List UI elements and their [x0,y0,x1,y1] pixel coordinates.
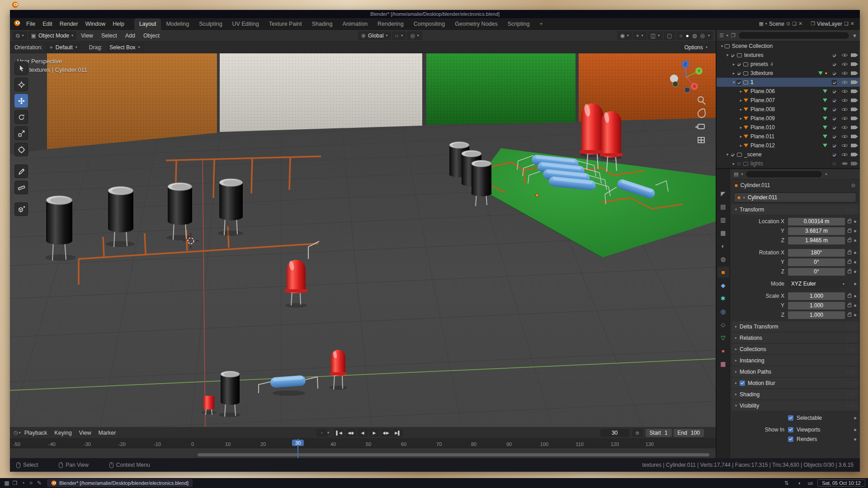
shading-mode-group[interactable]: ○ ● ◍ ◎ ▾ [676,31,713,40]
window-titlebar[interactable]: Blender* [/home/amalie/Desktop/blender/e… [10,10,860,18]
panel-grip[interactable]: :::: [847,370,855,374]
menu-view[interactable]: View [77,30,97,42]
rendered-shading-icon[interactable]: ◎ [700,33,704,39]
menu-view[interactable]: View [75,427,95,439]
disclosure-icon[interactable]: ▸ [738,125,744,130]
current-frame-marker[interactable]: 30 [292,440,304,446]
taskbar-clock[interactable]: Sat, 05 Oct 10:12 [817,479,865,487]
tab-world[interactable]: ◍ [717,253,729,264]
tab-material[interactable]: ● [717,345,729,356]
visibility-panel-header[interactable]: ▾Visibility:::: [731,400,859,411]
lock-icon[interactable] [848,230,851,233]
motion-blur-panel[interactable]: ▸Motion Blur:::: [731,378,859,388]
outliner-row-scene2[interactable]: ▾ _scene [717,150,860,159]
collections-panel[interactable]: ▸Collections:::: [731,344,859,354]
prev-keyframe-button[interactable]: ◀◆ [345,429,356,437]
hide-eye-icon[interactable] [842,107,848,113]
led-tall-2[interactable] [601,111,621,158]
exclude-checkbox[interactable] [832,80,837,85]
menu-file[interactable]: File [23,18,39,30]
app-menu-icon[interactable]: ▦ [3,480,11,486]
panel-grip[interactable]: :::: [847,324,855,329]
disclosure-icon[interactable]: ▾ [725,152,730,157]
hide-eye-icon[interactable] [842,98,848,103]
viewports-checkbox[interactable] [788,427,793,432]
tab-modeling[interactable]: Modeling [161,19,194,30]
outliner-row-scene-collection[interactable]: ▾ Scene Collection [717,42,860,51]
menu-playback[interactable]: Playback [21,427,51,439]
tab-texture[interactable]: ▦ [717,358,729,369]
render-camera-icon[interactable] [851,62,856,66]
disclosure-icon[interactable]: ▸ [738,89,744,94]
disclosure-icon[interactable]: ▸ [738,116,744,121]
capacitor-bottom[interactable] [221,374,240,405]
gizmo-neg-y-ball[interactable] [673,81,678,87]
blender-logo-icon[interactable] [14,19,21,28]
tab-sculpting[interactable]: Sculpting [194,19,227,30]
hide-eye-icon[interactable] [842,134,848,140]
disclosure-icon[interactable]: ▸ [731,62,736,66]
lock-icon[interactable] [848,270,851,273]
disclosure-icon[interactable]: ▾ [719,44,725,48]
outliner-row-plane009[interactable]: ▸ Plane.009 [717,114,860,123]
pin-icon[interactable]: ⊙ [851,183,855,188]
panel-grip[interactable]: :::: [847,347,855,352]
outliner-editor-icon[interactable]: ☰ [719,33,724,38]
annotate-tool[interactable] [14,164,28,178]
editor-app-icon[interactable]: ✎ [35,480,43,486]
animate-dot[interactable] [854,221,856,223]
tab-scripting[interactable]: Scripting [503,19,535,30]
proportional-editing-toggle[interactable]: ◎▾ [407,31,422,40]
animate-dot[interactable] [854,230,856,232]
unlink-scene-icon[interactable]: ✕ [798,21,802,27]
tab-tool[interactable]: ◤ [717,188,729,199]
motion-blur-checkbox[interactable] [740,380,745,386]
animate-dot[interactable] [854,429,856,431]
lock-icon[interactable] [848,314,851,317]
render-camera-icon[interactable] [851,71,856,75]
files-app-icon[interactable]: ❒ [11,480,19,486]
scale-x-field[interactable]: 1.000 [788,292,845,300]
remove-viewlayer-icon[interactable]: ✕ [850,21,854,27]
editor-type-button[interactable]: ⧉▾ [13,31,27,40]
exclude-checkbox[interactable] [832,161,837,166]
3d-scene[interactable]: Z Y X [10,53,716,427]
outliner-row-plane010[interactable]: ▸ Plane.010 [717,123,860,132]
new-viewlayer-icon[interactable]: ❏ [844,21,849,27]
tab-animation[interactable]: Animation [338,19,373,30]
view-layer-selector[interactable]: ❐ ViewLayer ❏ ✕ [811,21,854,27]
visibility-dropdown[interactable]: ◉▾ [617,31,632,40]
panel-grip[interactable]: :::: [847,404,855,408]
outliner-row-plane008[interactable]: ▸ Plane.008 [717,105,860,114]
animate-dot[interactable] [854,271,856,273]
render-camera-icon[interactable] [851,162,856,165]
disclosure-icon[interactable]: ▸ [738,143,744,148]
lock-icon[interactable] [848,220,851,223]
render-camera-icon[interactable] [851,80,856,84]
render-camera-icon[interactable] [851,153,856,156]
current-frame-field[interactable]: 30 [600,429,629,437]
outliner-row-plane006[interactable]: ▸ Plane.006 [717,87,860,96]
pin-icon[interactable]: ⊙ [786,21,790,27]
panel-grip[interactable]: :::: [847,336,855,340]
end-frame-field[interactable]: End100 [674,429,704,437]
hide-eye-icon[interactable] [842,52,848,58]
menu-render[interactable]: Render [56,18,82,30]
rotate-tool[interactable] [14,110,28,124]
menu-object[interactable]: Object [140,30,163,42]
panel-grip[interactable]: :::: [847,358,855,363]
play-button[interactable]: ▶ [369,429,380,437]
outliner-row-lights[interactable]: ▸ lights [717,159,860,168]
wireframe-shading-icon[interactable]: ○ [679,33,683,39]
menu-keying[interactable]: Keying [51,427,75,439]
hide-eye-icon[interactable] [842,70,848,76]
render-camera-icon[interactable] [851,117,856,120]
tab-physics[interactable]: ◎ [717,306,729,317]
outliner-search-input[interactable] [738,32,849,39]
tab-shading[interactable]: Shading [307,19,338,30]
transform-tool[interactable] [14,143,28,156]
exclude-checkbox[interactable] [832,53,837,58]
taskbar-window-button[interactable]: Blender* [/home/amalie/Desktop/blender/e… [47,479,193,487]
collection-checkbox[interactable] [730,152,735,157]
exclude-checkbox[interactable] [832,134,837,139]
